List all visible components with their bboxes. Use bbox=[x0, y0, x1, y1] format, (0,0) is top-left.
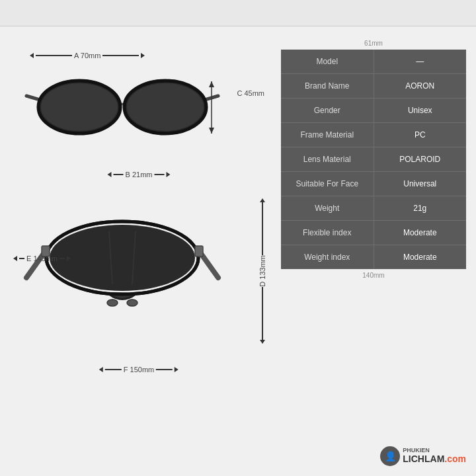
dim-b: B 21mm bbox=[108, 171, 171, 178]
spec-row: Weight21g bbox=[281, 196, 466, 221]
spec-key: Model bbox=[281, 50, 374, 73]
spec-key: Weight bbox=[281, 196, 374, 220]
spec-val: POLAROID bbox=[374, 147, 467, 171]
spec-val: — bbox=[374, 50, 467, 73]
spec-key: Gender bbox=[281, 99, 374, 122]
svg-line-3 bbox=[207, 96, 218, 99]
spec-key: Flexible index bbox=[281, 221, 374, 245]
spec-val: Moderate bbox=[374, 245, 467, 269]
spec-val: Unisex bbox=[374, 99, 467, 122]
dim-c-label: C 45mm bbox=[237, 89, 264, 97]
watermark-brand2: LICHLAM.com bbox=[403, 454, 466, 464]
spec-val: PC bbox=[374, 123, 467, 147]
dim-d: D 133mm bbox=[258, 198, 266, 344]
spec-val: 21g bbox=[374, 196, 467, 220]
svg-marker-10 bbox=[209, 128, 214, 134]
dim-f-label: F 150mm bbox=[124, 366, 154, 374]
spec-row: Lens MaterialPOLAROID bbox=[281, 147, 466, 172]
spec-key: Lens Material bbox=[281, 147, 374, 171]
watermark-icon: 👤 bbox=[380, 446, 400, 466]
watermark: 👤 PHUKIEN LICHLAM.com bbox=[380, 446, 466, 466]
right-panel: 61mm Model—Brand NameAORONGenderUnisexFr… bbox=[281, 40, 466, 377]
dim-b-label: B 21mm bbox=[126, 171, 153, 178]
top-bar bbox=[0, 0, 476, 26]
dim-d-label: D 133mm bbox=[258, 255, 266, 287]
dim-a: A 70mm bbox=[30, 52, 145, 60]
dim-f: F 150mm bbox=[99, 366, 178, 374]
dim-a-label: A 70mm bbox=[74, 52, 100, 60]
glasses-front-svg bbox=[23, 60, 221, 165]
svg-marker-9 bbox=[209, 81, 214, 87]
left-panel: A 70mm bbox=[10, 40, 268, 377]
spec-val: Moderate bbox=[374, 221, 467, 245]
glasses-bottom-svg bbox=[23, 192, 221, 344]
svg-point-12 bbox=[50, 225, 195, 291]
svg-line-2 bbox=[26, 96, 38, 99]
svg-rect-19 bbox=[195, 246, 203, 257]
main-content: A 70mm bbox=[0, 26, 476, 387]
dim-note-top: 61mm bbox=[281, 40, 466, 47]
spec-row: Model— bbox=[281, 50, 466, 74]
spec-key: Weight index bbox=[281, 245, 374, 269]
spec-key: Suitable For Face bbox=[281, 172, 374, 196]
spec-row: Frame MaterialPC bbox=[281, 123, 466, 147]
svg-point-5 bbox=[127, 83, 204, 131]
watermark-text: PHUKIEN LICHLAM.com bbox=[403, 448, 466, 464]
spec-row: GenderUnisex bbox=[281, 99, 466, 123]
spec-row: Weight indexModerate bbox=[281, 245, 466, 269]
svg-point-20 bbox=[107, 299, 118, 306]
spec-row: Flexible indexModerate bbox=[281, 221, 466, 245]
spec-row: Suitable For FaceUniversal bbox=[281, 172, 466, 196]
spec-key: Frame Material bbox=[281, 123, 374, 147]
dim-e: E 143mm bbox=[13, 255, 71, 262]
dim-note-bottom: 140mm bbox=[281, 272, 466, 279]
spec-val: AORON bbox=[374, 74, 467, 98]
glasses-bottom-view: D 133mm E 143mm F 150mm bbox=[10, 192, 268, 377]
spec-row: Brand NameAORON bbox=[281, 74, 466, 99]
spec-val: Universal bbox=[374, 172, 467, 196]
dim-e-label: E 143mm bbox=[26, 255, 58, 262]
glasses-top-view: A 70mm bbox=[10, 40, 268, 185]
spec-table: Model—Brand NameAORONGenderUnisexFrame M… bbox=[281, 50, 466, 269]
svg-point-21 bbox=[127, 299, 138, 306]
spec-key: Brand Name bbox=[281, 74, 374, 98]
svg-point-4 bbox=[41, 83, 118, 131]
